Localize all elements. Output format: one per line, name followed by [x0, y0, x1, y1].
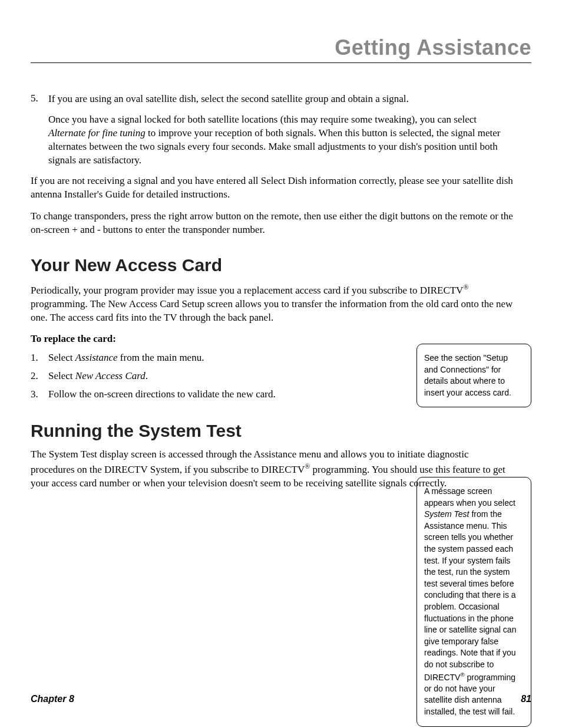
registered-mark: ®: [460, 671, 464, 678]
main-content: 5. If you are using an oval satellite di…: [31, 93, 531, 490]
list-text: Follow the on-screen directions to valid…: [48, 386, 276, 402]
italic-text: System Test: [424, 509, 470, 519]
text-span: Select: [48, 370, 75, 381]
chapter-label: Chapter 8: [31, 694, 74, 704]
text-span: from the Assistance menu. This screen te…: [424, 509, 516, 681]
list-item: 2. Select New Access Card.: [31, 368, 408, 384]
italic-text: Alternate for fine tuning: [48, 127, 146, 139]
list-item-5: 5. If you are using an oval satellite di…: [31, 93, 514, 167]
callout-setup-connections: See the section "Setup and Connections" …: [416, 344, 531, 407]
list-item: 1. Select Assistance from the main menu.: [31, 350, 408, 365]
replace-steps-list: 1. Select Assistance from the main menu.…: [31, 350, 408, 403]
step5-para1: If you are using an oval satellite dish,…: [48, 93, 514, 106]
italic-text: Assistance: [75, 352, 118, 363]
section-heading-system-test: Running the System Test: [31, 421, 531, 441]
paragraph: If you are not receiving a signal and yo…: [31, 174, 514, 202]
callout-system-test: A message screen appears when you select…: [416, 477, 531, 727]
step5-para2: Once you have a signal locked for both s…: [48, 113, 514, 167]
text-span: Select: [48, 352, 75, 363]
section1-intro: Periodically, your program provider may …: [31, 282, 514, 324]
page-number: 81: [521, 694, 531, 704]
list-number: 2.: [31, 368, 48, 384]
text-span: A message screen appears when you select: [424, 486, 515, 508]
list-number: 3.: [31, 386, 48, 402]
page-footer: Chapter 8 81: [31, 694, 531, 704]
paragraph: To change transponders, press the right …: [31, 210, 514, 237]
italic-text: New Access Card: [75, 370, 146, 381]
section-heading-access-card: Your New Access Card: [31, 255, 531, 275]
list-text: Select Assistance from the main menu.: [48, 350, 204, 365]
text-span: Once you have a signal locked for both s…: [48, 114, 477, 125]
registered-mark: ®: [305, 462, 310, 470]
list-text: Select New Access Card.: [48, 368, 148, 384]
list-item: 3. Follow the on-screen directions to va…: [31, 386, 408, 402]
text-span: programming. The New Access Card Setup s…: [31, 298, 513, 323]
text-span: from the main menu.: [118, 352, 204, 363]
header-title: Getting Assistance: [31, 35, 531, 60]
page-header: Getting Assistance: [31, 35, 531, 63]
text-span: Periodically, your program provider may …: [31, 285, 463, 296]
list-content: If you are using an oval satellite dish,…: [48, 93, 514, 167]
list-number: 1.: [31, 350, 48, 365]
replace-card-label: To replace the card:: [31, 333, 531, 345]
list-number: 5.: [31, 93, 48, 167]
registered-mark: ®: [463, 283, 468, 291]
text-span: .: [146, 370, 148, 381]
